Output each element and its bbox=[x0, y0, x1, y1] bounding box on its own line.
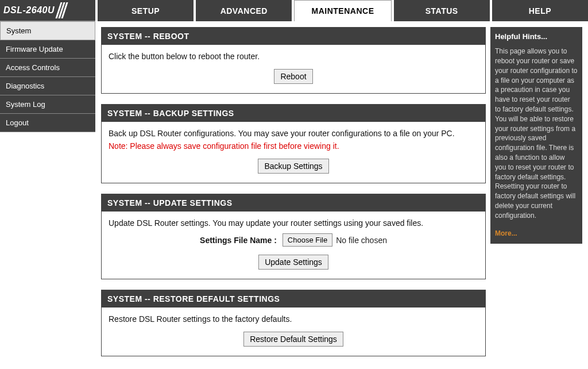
nav-tab-setup[interactable]: SETUP bbox=[98, 0, 194, 21]
device-model: DSL-2640U bbox=[3, 5, 55, 16]
help-title: Helpful Hints... bbox=[490, 27, 582, 44]
sidebar-item-access-controls[interactable]: Access Controls bbox=[0, 59, 95, 77]
panel-header-backup: SYSTEM -- BACKUP SETTINGS bbox=[102, 105, 485, 122]
backup-note: Note: Please always save configuration f… bbox=[109, 141, 478, 151]
top-bar: DSL-2640U SETUP ADVANCED MAINTENANCE STA… bbox=[0, 0, 588, 21]
restore-default-button[interactable]: Restore Default Settings bbox=[243, 332, 343, 347]
logo-box: DSL-2640U bbox=[0, 0, 95, 21]
sidebar-item-system[interactable]: System bbox=[0, 21, 95, 40]
choose-file-button[interactable]: Choose File bbox=[283, 233, 332, 247]
sidebar-item-diagnostics[interactable]: Diagnostics bbox=[0, 77, 95, 95]
nav-tab-status[interactable]: STATUS bbox=[394, 0, 490, 21]
backup-settings-button[interactable]: Backup Settings bbox=[258, 159, 328, 174]
nav-tab-maintenance[interactable]: MAINTENANCE bbox=[294, 0, 391, 21]
panel-backup: SYSTEM -- BACKUP SETTINGS Back up DSL Ro… bbox=[101, 104, 486, 183]
nav-tab-advanced[interactable]: ADVANCED bbox=[196, 0, 292, 21]
panel-header-reboot: SYSTEM -- REBOOT bbox=[102, 28, 485, 45]
restore-desc: Restore DSL Router settings to the facto… bbox=[109, 314, 478, 324]
sidebar-item-logout[interactable]: Logout bbox=[0, 114, 95, 132]
sidebar-item-firmware-update[interactable]: Firmware Update bbox=[0, 40, 95, 59]
help-more-link[interactable]: More... bbox=[495, 229, 578, 239]
settings-file-label: Settings File Name : bbox=[200, 236, 277, 245]
help-box: Helpful Hints... This page allows you to… bbox=[490, 27, 582, 244]
sidebar: System Firmware Update Access Controls D… bbox=[0, 21, 95, 367]
reboot-desc: Click the button below to reboot the rou… bbox=[109, 52, 478, 61]
panel-restore: SYSTEM -- RESTORE DEFAULT SETTINGS Resto… bbox=[101, 290, 486, 356]
nav-tabs: SETUP ADVANCED MAINTENANCE STATUS HELP bbox=[95, 0, 588, 21]
nav-tab-help[interactable]: HELP bbox=[492, 0, 588, 21]
panel-reboot: SYSTEM -- REBOOT Click the button below … bbox=[101, 27, 486, 94]
panel-header-restore: SYSTEM -- RESTORE DEFAULT SETTINGS bbox=[102, 290, 485, 308]
panel-header-update: SYSTEM -- UPDATE SETTINGS bbox=[102, 194, 485, 212]
reboot-button[interactable]: Reboot bbox=[274, 69, 312, 84]
update-settings-button[interactable]: Update Settings bbox=[258, 255, 328, 270]
panel-update: SYSTEM -- UPDATE SETTINGS Update DSL Rou… bbox=[101, 194, 486, 279]
update-desc: Update DSL Router settings. You may upda… bbox=[109, 218, 478, 228]
help-body-text: This page allows you to reboot your rout… bbox=[495, 47, 577, 220]
logo-slashes-icon bbox=[58, 2, 65, 18]
backup-desc: Back up DSL Router configurations. You m… bbox=[109, 129, 478, 138]
sidebar-item-system-log[interactable]: System Log bbox=[0, 95, 95, 114]
file-status: No file chosen bbox=[332, 236, 387, 245]
